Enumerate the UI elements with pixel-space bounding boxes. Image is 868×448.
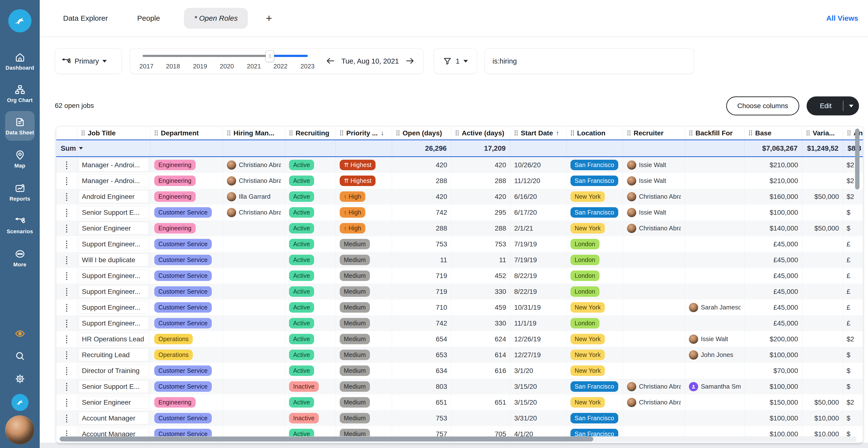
- cell-base[interactable]: $210,000: [745, 173, 802, 189]
- cell-dept[interactable]: Engineering: [150, 394, 223, 410]
- cell-varia[interactable]: $50,000: [802, 394, 843, 410]
- cell-priority[interactable]: ↑High: [336, 205, 392, 220]
- cell-base[interactable]: $100,000: [745, 410, 802, 426]
- cell-base[interactable]: $160,000: [745, 189, 802, 205]
- cell-loc[interactable]: London: [566, 284, 623, 300]
- cell-hm[interactable]: [223, 236, 285, 252]
- visibility-toggle-button[interactable]: [0, 328, 40, 339]
- cell-start[interactable]: 3/15/20: [510, 379, 566, 394]
- cell-recruiter[interactable]: [623, 252, 685, 268]
- column-header-open[interactable]: Open (days): [392, 127, 451, 139]
- cell-dept[interactable]: Engineering: [150, 173, 223, 189]
- job-title-cell[interactable]: Director of Training: [79, 364, 149, 377]
- cell-recruiter[interactable]: Issie Walt: [623, 157, 685, 173]
- cell-base[interactable]: £45,000: [745, 284, 802, 300]
- sidebar-item-reports[interactable]: Reports: [0, 183, 40, 202]
- sidebar-item-scenarios[interactable]: Scenarios: [0, 215, 40, 235]
- cell-priority[interactable]: Medium: [336, 394, 392, 410]
- sum-aggregate-selector[interactable]: Sum: [56, 140, 77, 156]
- cell-ann[interactable]: £: [843, 284, 863, 300]
- cell-backfill[interactable]: [685, 363, 745, 379]
- column-header-base[interactable]: Base: [745, 127, 802, 139]
- edit-dropdown-toggle[interactable]: [843, 105, 859, 107]
- cell-title[interactable]: Support Engineer...: [77, 236, 150, 252]
- cell-active[interactable]: [451, 410, 510, 426]
- charthop-logo[interactable]: [8, 9, 31, 32]
- cell-priority[interactable]: Medium: [336, 331, 392, 347]
- cell-hm[interactable]: Christiano Abra: [223, 205, 285, 220]
- cell-title[interactable]: Senior Engineer: [77, 394, 150, 410]
- column-header-status[interactable]: Recruiting: [285, 127, 336, 139]
- cell-open[interactable]: [392, 442, 451, 443]
- cell-priority[interactable]: Medium: [336, 252, 392, 268]
- cell-backfill[interactable]: [685, 173, 745, 189]
- cell-status[interactable]: Inactive: [285, 410, 336, 426]
- cell-varia[interactable]: $50,000: [802, 220, 843, 236]
- job-title-cell[interactable]: HR Operations Lead: [79, 333, 149, 345]
- cell-ann[interactable]: $2: [843, 173, 863, 189]
- cell-open[interactable]: 742: [392, 205, 451, 220]
- cell-status[interactable]: Active: [285, 236, 336, 252]
- cell-priority[interactable]: Medium: [336, 315, 392, 331]
- search-input[interactable]: [486, 50, 693, 73]
- cell-backfill[interactable]: Samantha Smi: [685, 379, 745, 394]
- filter-button[interactable]: 1: [434, 48, 477, 74]
- cell-title[interactable]: Manager - Androi...: [77, 157, 150, 173]
- cell-ann[interactable]: $2: [843, 331, 863, 347]
- cell-base[interactable]: £45,000: [745, 315, 802, 331]
- cell-status[interactable]: Inactive: [285, 379, 336, 394]
- cell-recruiter[interactable]: Christiano Abra: [623, 379, 685, 394]
- cell-base[interactable]: $100,000: [745, 347, 802, 363]
- cell-hm[interactable]: Christiano Abra: [223, 173, 285, 189]
- cell-open[interactable]: 803: [392, 379, 451, 394]
- cell-hm[interactable]: [223, 284, 285, 300]
- cell-start[interactable]: 8/22/19: [510, 284, 566, 300]
- add-view-button[interactable]: +: [266, 0, 272, 37]
- cell-hm[interactable]: [223, 410, 285, 426]
- cell-priority[interactable]: ↑High: [336, 189, 392, 205]
- cell-priority[interactable]: Medium: [336, 268, 392, 284]
- cell-hm[interactable]: [223, 300, 285, 315]
- cell-varia[interactable]: [802, 331, 843, 347]
- cell-varia[interactable]: [802, 205, 843, 220]
- cell-loc[interactable]: New York: [566, 220, 623, 236]
- cell-recruiter[interactable]: Christiano Abra: [623, 189, 685, 205]
- column-header-dept[interactable]: Department: [150, 127, 223, 139]
- cell-recruiter[interactable]: [623, 410, 685, 426]
- cell-backfill[interactable]: [685, 157, 745, 173]
- cell-base[interactable]: $100,000: [745, 205, 802, 220]
- cell-title[interactable]: Senior Support E...: [77, 205, 150, 220]
- cell-start[interactable]: 3/15/20: [510, 394, 566, 410]
- cell-backfill[interactable]: [685, 252, 745, 268]
- cell-status[interactable]: Active: [285, 363, 336, 379]
- cell-base[interactable]: $70,000: [745, 363, 802, 379]
- column-header-active[interactable]: Active (days): [451, 127, 510, 139]
- cell-start[interactable]: 12/27/19: [510, 347, 566, 363]
- cell-varia[interactable]: [802, 363, 843, 379]
- sidebar-item-org-chart[interactable]: Org Chart: [0, 84, 40, 103]
- cell-start[interactable]: 11/12/20: [510, 173, 566, 189]
- cell-title[interactable]: Support Engineer...: [77, 315, 150, 331]
- cell-ann[interactable]: £: [843, 236, 863, 252]
- row-menu-button[interactable]: [56, 363, 77, 379]
- cell-recruiter[interactable]: [623, 331, 685, 347]
- cell-title[interactable]: Account Manager: [77, 410, 150, 426]
- cell-dept[interactable]: Customer Service: [150, 236, 223, 252]
- cell-start[interactable]: 6/16/20: [510, 189, 566, 205]
- cell-loc[interactable]: New York: [566, 189, 623, 205]
- cell-ann[interactable]: $: [843, 347, 863, 363]
- job-title-cell[interactable]: Android Engineer: [79, 190, 149, 203]
- cell-title[interactable]: Manager - Androi...: [77, 173, 150, 189]
- cell-loc[interactable]: San Francisco: [566, 379, 623, 394]
- cell-base[interactable]: [745, 442, 802, 443]
- cell-backfill[interactable]: [685, 394, 745, 410]
- cell-dept[interactable]: Customer Service: [150, 268, 223, 284]
- cell-active[interactable]: 288: [451, 220, 510, 236]
- cell-base[interactable]: $200,000: [745, 331, 802, 347]
- cell-priority[interactable]: Medium: [336, 236, 392, 252]
- cell-loc[interactable]: New York: [566, 300, 623, 315]
- cell-base[interactable]: £45,000: [745, 252, 802, 268]
- column-header-backfill[interactable]: Backfill For: [685, 127, 745, 139]
- cell-varia[interactable]: [802, 300, 843, 315]
- cell-dept[interactable]: Engineering: [150, 189, 223, 205]
